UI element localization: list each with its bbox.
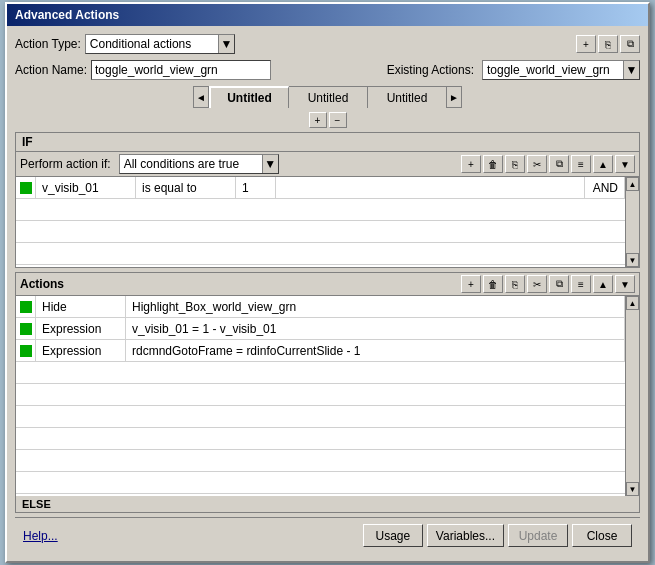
variables-btn[interactable]: Variables... bbox=[427, 524, 504, 547]
dialog-body: Action Type: Conditional actions ▼ + ⎘ ⧉… bbox=[7, 26, 648, 561]
cond-paste-btn[interactable]: ⧉ bbox=[549, 155, 569, 173]
if-header: IF bbox=[16, 133, 639, 152]
cond-scroll-up[interactable]: ▲ bbox=[626, 177, 639, 191]
act-row-1: Expression v_visib_01 = 1 - v_visib_01 bbox=[16, 318, 625, 340]
cond-row-0: v_visib_01 is equal to 1 AND bbox=[16, 177, 625, 199]
cond-del-btn[interactable]: 🗑 bbox=[483, 155, 503, 173]
act-row-4 bbox=[16, 384, 625, 406]
if-section: IF Perform action if: All conditions are… bbox=[15, 132, 640, 268]
tab-controls: + − bbox=[15, 112, 640, 128]
action-type-row: Action Type: Conditional actions ▼ + ⎘ ⧉ bbox=[15, 34, 640, 54]
act-row-8 bbox=[16, 472, 625, 494]
condition-grid: v_visib_01 is equal to 1 AND ▲ ▼ bbox=[16, 177, 639, 267]
tab-next[interactable]: ► bbox=[446, 86, 462, 108]
act-green-2 bbox=[20, 345, 32, 357]
top-icons: + ⎘ ⧉ bbox=[576, 35, 640, 53]
existing-actions-combo[interactable]: toggle_world_view_grn ▼ bbox=[482, 60, 640, 80]
perform-value: All conditions are true bbox=[120, 157, 278, 171]
cond-color-0 bbox=[16, 177, 36, 198]
act-color-2 bbox=[16, 340, 36, 361]
action-name-input[interactable]: toggle_world_view_grn bbox=[91, 60, 271, 80]
perform-dropdown[interactable]: ▼ bbox=[262, 155, 278, 173]
actions-icon-row: + 🗑 ⎘ ✂ ⧉ ≡ ▲ ▼ bbox=[461, 275, 635, 293]
existing-actions-label: Existing Actions: bbox=[387, 63, 474, 77]
cond-col2-0: is equal to bbox=[136, 177, 236, 198]
action-type-label: Action Type: bbox=[15, 37, 81, 51]
cond-green-0 bbox=[20, 182, 32, 194]
cond-indent-btn[interactable]: ≡ bbox=[571, 155, 591, 173]
template-icon[interactable]: ⧉ bbox=[620, 35, 640, 53]
action-type-value: Conditional actions bbox=[86, 37, 234, 51]
help-link[interactable]: Help... bbox=[23, 529, 58, 543]
act-col1-0: Hide bbox=[36, 296, 126, 317]
action-type-dropdown[interactable]: ▼ bbox=[218, 35, 234, 53]
actions-header: Actions bbox=[20, 277, 64, 291]
act-color-0 bbox=[16, 296, 36, 317]
act-scroll-up[interactable]: ▲ bbox=[626, 296, 639, 310]
act-scroll-down[interactable]: ▼ bbox=[626, 482, 639, 496]
cond-scroll-down[interactable]: ▼ bbox=[626, 253, 639, 267]
act-copy-btn[interactable]: ⎘ bbox=[505, 275, 525, 293]
act-add-btn[interactable]: + bbox=[461, 275, 481, 293]
dialog-title: Advanced Actions bbox=[15, 8, 119, 22]
tab-add-btn[interactable]: + bbox=[309, 112, 327, 128]
actions-content: Hide Highlight_Box_world_view_grn Expres… bbox=[16, 296, 639, 496]
cond-add-btn[interactable]: + bbox=[461, 155, 481, 173]
cond-col3-0: 1 bbox=[236, 177, 276, 198]
cond-scrollbar[interactable]: ▲ ▼ bbox=[625, 177, 639, 267]
copy-icon[interactable]: ⎘ bbox=[598, 35, 618, 53]
act-col1-2: Expression bbox=[36, 340, 126, 361]
act-row-3 bbox=[16, 362, 625, 384]
cond-row-3 bbox=[16, 243, 625, 265]
tab-prev[interactable]: ◄ bbox=[193, 86, 209, 108]
tab-0[interactable]: Untitled bbox=[209, 86, 289, 108]
act-col2-1: v_visib_01 = 1 - v_visib_01 bbox=[126, 318, 625, 339]
usage-btn[interactable]: Usage bbox=[363, 524, 423, 547]
act-col1-1: Expression bbox=[36, 318, 126, 339]
act-row-7 bbox=[16, 450, 625, 472]
actions-rows: Hide Highlight_Box_world_view_grn Expres… bbox=[16, 296, 625, 496]
act-row-0: Hide Highlight_Box_world_view_grn bbox=[16, 296, 625, 318]
act-down-btn[interactable]: ▼ bbox=[615, 275, 635, 293]
close-btn[interactable]: Close bbox=[572, 524, 632, 547]
act-col2-0: Highlight_Box_world_view_grn bbox=[126, 296, 625, 317]
else-header: ELSE bbox=[16, 496, 639, 512]
cond-up-btn[interactable]: ▲ bbox=[593, 155, 613, 173]
act-row-6 bbox=[16, 428, 625, 450]
act-col2-2: rdcmndGotoFrame = rdinfoCurrentSlide - 1 bbox=[126, 340, 625, 361]
cond-down-btn[interactable]: ▼ bbox=[615, 155, 635, 173]
act-up-btn[interactable]: ▲ bbox=[593, 275, 613, 293]
actions-toolbar: Actions + 🗑 ⎘ ✂ ⧉ ≡ ▲ ▼ bbox=[16, 273, 639, 296]
act-green-1 bbox=[20, 323, 32, 335]
act-paste-btn[interactable]: ⧉ bbox=[549, 275, 569, 293]
condition-toolbar: + 🗑 ⎘ ✂ ⧉ ≡ ▲ ▼ bbox=[461, 155, 635, 173]
cond-copy-btn[interactable]: ⎘ bbox=[505, 155, 525, 173]
action-name-row: Action Name: toggle_world_view_grn Exist… bbox=[15, 60, 640, 80]
cond-cut-btn[interactable]: ✂ bbox=[527, 155, 547, 173]
action-name-label: Action Name: bbox=[15, 63, 87, 77]
existing-actions-row: Existing Actions: toggle_world_view_grn … bbox=[387, 60, 640, 80]
bottom-bar: Help... Usage Variables... Update Close bbox=[15, 517, 640, 553]
act-cut-btn[interactable]: ✂ bbox=[527, 275, 547, 293]
tab-remove-btn[interactable]: − bbox=[329, 112, 347, 128]
actions-section: Actions + 🗑 ⎘ ✂ ⧉ ≡ ▲ ▼ bbox=[15, 272, 640, 513]
cond-row-1 bbox=[16, 199, 625, 221]
perform-row: Perform action if: All conditions are tr… bbox=[16, 152, 639, 177]
existing-actions-value: toggle_world_view_grn bbox=[483, 63, 623, 77]
update-btn[interactable]: Update bbox=[508, 524, 568, 547]
act-green-0 bbox=[20, 301, 32, 313]
act-color-1 bbox=[16, 318, 36, 339]
actions-scrollbar[interactable]: ▲ ▼ bbox=[625, 296, 639, 496]
act-del-btn[interactable]: 🗑 bbox=[483, 275, 503, 293]
new-icon[interactable]: + bbox=[576, 35, 596, 53]
cond-col1-0: v_visib_01 bbox=[36, 177, 136, 198]
existing-actions-dropdown[interactable]: ▼ bbox=[623, 61, 639, 79]
tabs-row: ◄ Untitled Untitled Untitled ► bbox=[15, 86, 640, 108]
tab-1[interactable]: Untitled bbox=[288, 86, 368, 108]
cond-andor-0: AND bbox=[585, 177, 625, 198]
tab-2[interactable]: Untitled bbox=[367, 86, 447, 108]
perform-label: Perform action if: bbox=[20, 157, 111, 171]
cond-row-2 bbox=[16, 221, 625, 243]
act-indent-btn[interactable]: ≡ bbox=[571, 275, 591, 293]
cond-empty-0 bbox=[276, 177, 585, 198]
